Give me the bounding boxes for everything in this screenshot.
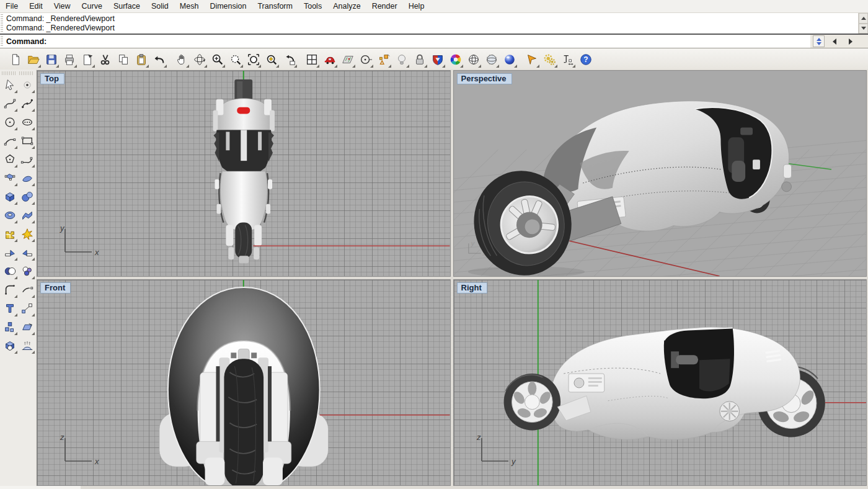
undo-view-change-button[interactable] (280, 51, 298, 69)
new-file-button[interactable] (6, 51, 24, 69)
next-command-button[interactable] (844, 36, 857, 47)
lock-button[interactable] (410, 51, 428, 69)
viewport-front[interactable]: z x Front (37, 279, 451, 486)
rotate-view-button[interactable] (190, 51, 208, 69)
command-history-spinner[interactable] (813, 35, 825, 47)
undo-button[interactable] (150, 51, 168, 69)
copy-to-clipboard-button[interactable] (78, 51, 96, 69)
cut-button[interactable] (96, 51, 114, 69)
plan-view-button[interactable] (339, 51, 356, 69)
box-tool-button[interactable] (1, 187, 19, 206)
four-viewports-button[interactable] (303, 51, 321, 69)
wireframe-display-button[interactable] (464, 51, 482, 69)
lights-button[interactable] (392, 51, 410, 69)
options-button[interactable] (541, 51, 559, 69)
pan-view-button[interactable] (172, 51, 190, 69)
ghosted-display-button[interactable] (482, 51, 500, 69)
menu-solid[interactable]: Solid (146, 0, 174, 12)
join-tool-button[interactable] (1, 225, 19, 243)
split-tool-button[interactable] (18, 243, 36, 262)
named-views-button[interactable] (321, 51, 339, 69)
command-input[interactable] (50, 34, 810, 48)
copy-button[interactable] (114, 51, 132, 69)
viewport-right[interactable]: z y Right (453, 279, 867, 486)
menu-render[interactable]: Render (366, 0, 403, 12)
viewport-right-label[interactable]: Right (457, 282, 487, 294)
menu-edit[interactable]: Edit (24, 0, 48, 12)
block-tool-button[interactable] (1, 318, 19, 336)
menu-tools[interactable]: Tools (298, 0, 327, 12)
explode-tool-button[interactable] (18, 225, 36, 243)
dimension-button[interactable] (559, 51, 577, 69)
scroll-down-button[interactable] (859, 24, 868, 34)
torus-tool-button[interactable] (1, 206, 19, 225)
open-file-button[interactable] (24, 51, 42, 69)
drape-tool-button[interactable] (18, 336, 36, 355)
ellipse-tool-button[interactable] (18, 113, 36, 132)
menu-dimension[interactable]: Dimension (204, 0, 252, 12)
menu-surface[interactable]: Surface (108, 0, 146, 12)
command-history-scrollbar[interactable] (858, 13, 868, 34)
zoom-extents-button[interactable] (244, 51, 262, 69)
zoom-window-button[interactable] (226, 51, 244, 69)
command-grip[interactable] (1, 36, 3, 47)
arc-tool-button[interactable] (1, 132, 19, 150)
viewport-perspective-label[interactable]: Perspective (457, 73, 512, 84)
render-preview-button[interactable] (428, 51, 446, 69)
scroll-up-button[interactable] (859, 13, 868, 24)
circle-tool-button[interactable] (1, 113, 19, 132)
print-button[interactable] (60, 51, 78, 69)
menu-file[interactable]: File (0, 0, 24, 12)
polygon-tool-button[interactable] (1, 150, 19, 169)
help-button[interactable]: ? (577, 51, 595, 69)
zoom-extents-icon (247, 53, 260, 66)
viewport-perspective[interactable]: y x (453, 70, 867, 277)
patch-surface-tool-button[interactable] (18, 169, 36, 187)
menu-mesh[interactable]: Mesh (174, 0, 205, 12)
move-tool-button[interactable] (18, 299, 36, 318)
menu-curve[interactable]: Curve (76, 0, 108, 12)
fillet-tool-button[interactable] (1, 280, 19, 299)
rectangle-tool-button[interactable] (18, 132, 36, 150)
interpolate-curve-tool-button[interactable] (18, 94, 36, 113)
paste-icon (135, 53, 148, 66)
viewport-top-label[interactable]: Top (40, 73, 64, 84)
osnap-button[interactable] (374, 51, 392, 69)
history-grip[interactable] (1, 14, 3, 32)
extend-tool-button[interactable] (18, 280, 36, 299)
zoom-dynamic-button[interactable] (208, 51, 226, 69)
paste-button[interactable] (132, 51, 150, 69)
menu-transform[interactable]: Transform (252, 0, 298, 12)
previous-command-button[interactable] (828, 36, 841, 47)
menu-help[interactable]: Help (403, 0, 430, 12)
rotate-plane-tool-button[interactable] (18, 318, 36, 336)
color-wheel-button[interactable] (446, 51, 464, 69)
save-button[interactable] (42, 51, 60, 69)
select-tool-button[interactable] (1, 76, 19, 94)
menu-analyze[interactable]: Analyze (327, 0, 366, 12)
group-tool-button[interactable] (18, 262, 36, 280)
render-current-button[interactable] (523, 51, 541, 69)
text-tool-button[interactable] (1, 299, 19, 318)
sphere-tool-button[interactable] (18, 187, 36, 206)
point-tool-button[interactable] (18, 76, 36, 94)
model-perspective-view: y x (454, 71, 867, 276)
boolean-difference-tool-button[interactable] (1, 336, 19, 355)
menu-view[interactable]: View (48, 0, 76, 12)
cplane-button[interactable] (356, 51, 374, 69)
polyline-tool-button[interactable] (18, 150, 36, 169)
loft-tool-button[interactable] (18, 206, 36, 225)
viewport-front-label[interactable]: Front (40, 282, 71, 294)
block-icon (3, 320, 17, 334)
boolean-union-tool-button[interactable] (1, 262, 19, 280)
control-point-curve-tool-button[interactable] (1, 94, 19, 113)
surface-from-points-tool-button[interactable] (1, 169, 19, 187)
options-icon (543, 53, 557, 66)
ghosted-display-icon (485, 53, 498, 66)
zoom-selected-button[interactable] (262, 51, 280, 69)
sidebar-grip[interactable] (19, 71, 33, 75)
trim-tool-button[interactable] (1, 243, 19, 262)
sidebar-grip[interactable] (2, 71, 16, 75)
rendered-display-button[interactable] (500, 51, 518, 69)
viewport-top[interactable]: y x Top (37, 70, 451, 277)
